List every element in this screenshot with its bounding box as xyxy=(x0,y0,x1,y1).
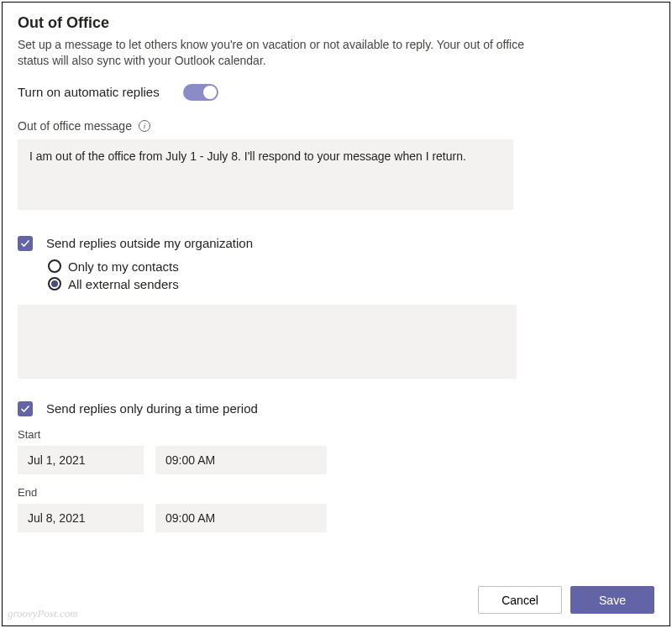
checkmark-icon xyxy=(20,404,30,414)
page-title: Out of Office xyxy=(18,14,654,32)
save-button[interactable]: Save xyxy=(570,586,654,614)
start-time-field[interactable]: 09:00 AM xyxy=(155,446,327,474)
page-subtitle: Set up a message to let others know you'… xyxy=(18,37,555,69)
end-time-field[interactable]: 09:00 AM xyxy=(155,504,327,532)
external-replies-label: Send replies outside my organization xyxy=(46,236,253,250)
time-period-label: Send replies only during a time period xyxy=(46,401,258,416)
radio-row-all: All external senders xyxy=(48,277,654,291)
ooo-message-textarea[interactable] xyxy=(18,139,513,210)
checkmark-icon xyxy=(20,238,30,249)
time-period-checkbox[interactable] xyxy=(18,401,33,416)
toggle-knob xyxy=(203,86,217,99)
message-label-row: Out of office message i xyxy=(18,119,654,133)
auto-replies-toggle[interactable] xyxy=(183,84,218,101)
watermark-text: groovyPost.com xyxy=(8,607,78,620)
cancel-button[interactable]: Cancel xyxy=(478,586,562,614)
message-label: Out of office message xyxy=(18,119,132,133)
external-replies-checkbox[interactable] xyxy=(18,236,33,251)
external-replies-row: Send replies outside my organization xyxy=(18,236,654,251)
auto-replies-row: Turn on automatic replies xyxy=(18,84,654,101)
end-time-row: Jul 8, 2021 09:00 AM xyxy=(18,504,654,532)
end-date-field[interactable]: Jul 8, 2021 xyxy=(18,504,144,532)
dialog-footer: Cancel Save xyxy=(478,586,654,614)
start-label: Start xyxy=(18,428,654,441)
radio-all-senders[interactable] xyxy=(48,277,61,290)
radio-row-contacts: Only to my contacts xyxy=(48,259,654,274)
time-period-row: Send replies only during a time period xyxy=(18,401,654,416)
info-icon[interactable]: i xyxy=(139,120,150,132)
start-date-field[interactable]: Jul 1, 2021 xyxy=(18,446,144,474)
auto-replies-label: Turn on automatic replies xyxy=(18,85,160,99)
external-scope-radios: Only to my contacts All external senders xyxy=(48,259,654,291)
out-of-office-panel: Out of Office Set up a message to let ot… xyxy=(2,2,670,626)
radio-only-contacts[interactable] xyxy=(48,259,61,273)
end-label: End xyxy=(18,486,654,499)
external-message-textarea[interactable] xyxy=(18,305,517,379)
radio-only-contacts-label: Only to my contacts xyxy=(68,259,179,274)
radio-all-senders-label: All external senders xyxy=(68,277,179,291)
start-time-row: Jul 1, 2021 09:00 AM xyxy=(18,446,654,474)
